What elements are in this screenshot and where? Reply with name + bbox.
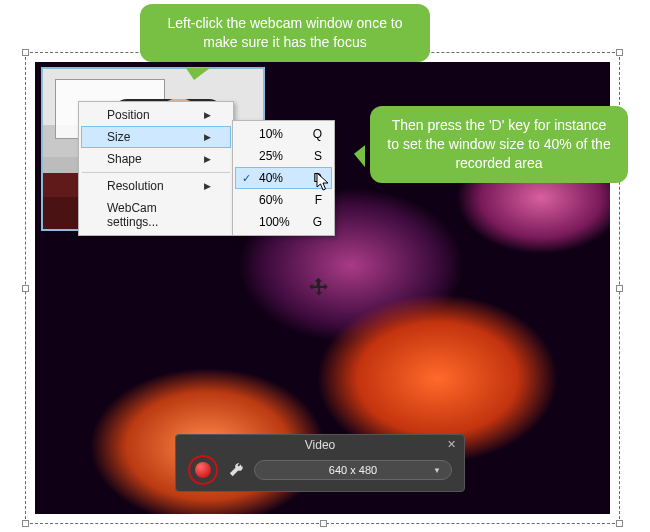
menu-item-label: Position bbox=[107, 108, 150, 122]
resize-handle[interactable] bbox=[22, 520, 29, 527]
settings-icon[interactable] bbox=[228, 462, 244, 478]
caret-down-icon: ▼ bbox=[433, 466, 441, 475]
submenu-arrow-icon: ▶ bbox=[204, 181, 211, 191]
size-key: G bbox=[313, 215, 322, 229]
size-pct: 60% bbox=[259, 193, 283, 207]
size-key: S bbox=[314, 149, 322, 163]
menu-item-label: WebCam settings... bbox=[107, 201, 211, 229]
menu-item-resolution[interactable]: Resolution ▶ bbox=[81, 175, 231, 197]
resolution-dropdown[interactable]: 640 x 480 ▼ bbox=[254, 460, 452, 480]
size-option-100[interactable]: 100% G bbox=[235, 211, 332, 233]
resize-handle[interactable] bbox=[22, 285, 29, 292]
resize-handle[interactable] bbox=[22, 49, 29, 56]
size-option-40[interactable]: ✓ 40% D bbox=[235, 167, 332, 189]
size-pct: 25% bbox=[259, 149, 283, 163]
menu-item-position[interactable]: Position ▶ bbox=[81, 104, 231, 126]
video-title: Video bbox=[176, 435, 464, 455]
size-pct: 100% bbox=[259, 215, 290, 229]
resize-handle[interactable] bbox=[616, 520, 623, 527]
context-menu: Position ▶ Size ▶ Shape ▶ Resolution ▶ W… bbox=[78, 101, 234, 236]
size-key: Q bbox=[313, 127, 322, 141]
submenu-arrow-icon: ▶ bbox=[204, 110, 211, 120]
menu-item-label: Size bbox=[107, 130, 130, 144]
size-key: D bbox=[313, 171, 322, 185]
callout-text: Left-click the webcam window once to mak… bbox=[168, 15, 403, 50]
size-option-60[interactable]: 60% F bbox=[235, 189, 332, 211]
menu-item-shape[interactable]: Shape ▶ bbox=[81, 148, 231, 170]
size-option-25[interactable]: 25% S bbox=[235, 145, 332, 167]
video-toolbar[interactable]: Video ✕ 640 x 480 ▼ bbox=[175, 434, 465, 492]
resize-handle[interactable] bbox=[616, 285, 623, 292]
submenu-arrow-icon: ▶ bbox=[204, 154, 211, 164]
callout-keypress: Then press the 'D' key for instance to s… bbox=[370, 106, 628, 183]
menu-item-webcam-settings[interactable]: WebCam settings... bbox=[81, 197, 231, 233]
callout-text: Then press the 'D' key for instance to s… bbox=[387, 117, 610, 171]
close-icon[interactable]: ✕ bbox=[447, 438, 456, 451]
size-key: F bbox=[315, 193, 322, 207]
size-pct: 10% bbox=[259, 127, 283, 141]
submenu-arrow-icon: ▶ bbox=[204, 132, 211, 142]
size-pct: 40% bbox=[259, 171, 283, 185]
size-submenu: 10% Q 25% S ✓ 40% D 60% F 100% G bbox=[232, 120, 335, 236]
menu-separator bbox=[82, 172, 230, 173]
menu-item-size[interactable]: Size ▶ bbox=[81, 126, 231, 148]
check-icon: ✓ bbox=[242, 172, 251, 185]
resize-handle[interactable] bbox=[320, 520, 327, 527]
resolution-label: 640 x 480 bbox=[329, 464, 377, 476]
record-icon bbox=[195, 462, 211, 478]
callout-focus: Left-click the webcam window once to mak… bbox=[140, 4, 430, 62]
menu-item-label: Shape bbox=[107, 152, 142, 166]
move-icon[interactable] bbox=[306, 276, 332, 302]
size-option-10[interactable]: 10% Q bbox=[235, 123, 332, 145]
record-button[interactable] bbox=[188, 455, 218, 485]
menu-item-label: Resolution bbox=[107, 179, 164, 193]
resize-handle[interactable] bbox=[616, 49, 623, 56]
